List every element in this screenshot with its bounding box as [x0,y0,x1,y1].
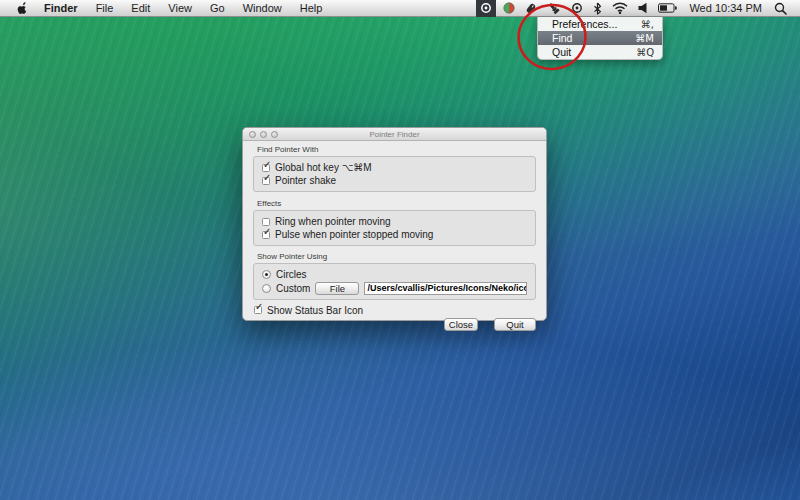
global-hot-key-label: Global hot key ⌥⌘M [275,162,372,173]
wifi-icon[interactable] [609,0,631,17]
show-status-bar-icon-checkbox[interactable] [254,306,262,314]
circles-label: Circles [276,269,307,280]
minimize-window-button[interactable] [260,131,267,138]
show-status-bar-icon-row: Show Status Bar Icon [254,305,536,315]
menu-item-preferences[interactable]: Preferences... ⌘, [538,17,662,31]
global-hot-key-checkbox[interactable] [262,164,270,172]
menu-edit[interactable]: Edit [122,0,159,16]
menu-bar-status-area: Wed 10:34 PM [476,0,800,16]
spotlight-icon[interactable] [771,0,790,17]
find-pointer-with-group: Global hot key ⌥⌘M Pointer shake [253,156,536,192]
show-status-bar-icon-label: Show Status Bar Icon [267,305,363,316]
custom-label: Custom [276,283,310,294]
status-item-menu: Preferences... ⌘, Find ⌘M Quit ⌘Q [537,17,663,60]
pointer-shake-label: Pointer shake [275,175,336,186]
show-pointer-using-label: Show Pointer Using [257,252,536,261]
apple-menu[interactable] [8,0,35,16]
circles-radio[interactable] [262,270,271,279]
ring-label: Ring when pointer moving [275,216,391,227]
effects-label: Effects [257,199,536,208]
pointer-finder-status-icon[interactable] [476,0,496,17]
menu-help[interactable]: Help [291,0,332,16]
effects-group: Ring when pointer moving Pulse when poin… [253,210,536,246]
pointer-finder-window: Pointer Finder Find Pointer With Global … [242,127,547,321]
pointer-shake-checkbox[interactable] [262,177,270,185]
apple-icon [16,2,27,15]
close-button[interactable]: Close [444,318,478,331]
file-button[interactable]: File [315,282,359,295]
window-buttons: Close Quit [253,318,536,331]
menu-file[interactable]: File [87,0,123,16]
custom-radio[interactable] [262,284,271,293]
battery-icon[interactable] [655,0,680,17]
pointer-shake-row: Pointer shake [262,174,527,187]
menu-bar: Finder File Edit View Go Window Help [0,0,800,17]
ring-checkbox[interactable] [262,218,270,226]
zoom-window-button[interactable] [271,131,278,138]
window-title: Pointer Finder [243,130,546,139]
menu-view[interactable]: View [159,0,201,16]
menu-bar-left: Finder File Edit View Go Window Help [0,0,331,16]
pulse-label: Pulse when pointer stopped moving [275,229,433,240]
colored-dot-status-icon[interactable] [500,0,518,17]
bluetooth-icon[interactable] [590,0,605,17]
menu-item-quit[interactable]: Quit ⌘Q [538,45,662,59]
menu-item-shortcut: ⌘, [641,19,654,30]
menu-item-find[interactable]: Find ⌘M [538,31,662,45]
target-status-icon[interactable] [568,0,586,17]
show-pointer-using-group: Circles Custom File /Users/cvallis/Pictu… [253,263,536,300]
pulse-checkbox[interactable] [262,231,270,239]
circles-row: Circles [262,268,527,281]
close-window-button[interactable] [249,131,256,138]
menu-bar-clock[interactable]: Wed 10:34 PM [684,2,767,14]
menu-go[interactable]: Go [201,0,234,16]
find-pointer-with-label: Find Pointer With [257,145,536,154]
menu-item-shortcut: ⌘M [635,33,654,44]
menu-item-label: Find [552,32,572,44]
menu-window[interactable]: Window [234,0,291,16]
quit-button[interactable]: Quit [494,318,536,331]
flashlight-status-icon[interactable] [544,0,564,17]
custom-icon-path-field[interactable]: /Users/cvallis/Pictures/Icons/Neko/icon2 [364,282,527,295]
pulse-row: Pulse when pointer stopped moving [262,228,527,241]
global-hot-key-row: Global hot key ⌥⌘M [262,161,527,174]
menu-item-label: Quit [552,46,571,58]
window-controls [249,131,278,138]
ring-row: Ring when pointer moving [262,215,527,228]
menu-item-shortcut: ⌘Q [636,47,654,58]
window-titlebar[interactable]: Pointer Finder [243,128,546,141]
menu-item-label: Preferences... [552,18,617,30]
menu-finder[interactable]: Finder [35,0,87,16]
mouse-status-icon[interactable] [522,0,540,17]
custom-row: Custom File /Users/cvallis/Pictures/Icon… [262,281,527,295]
window-content: Find Pointer With Global hot key ⌥⌘M Poi… [243,145,546,331]
volume-icon[interactable] [635,0,651,17]
